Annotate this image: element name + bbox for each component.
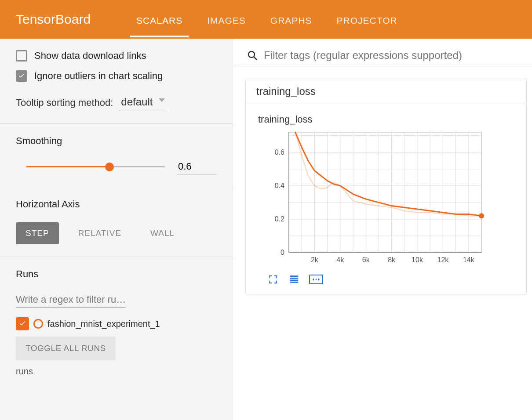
svg-text:0.2: 0.2 <box>275 215 284 223</box>
svg-text:10k: 10k <box>412 256 423 264</box>
svg-text:4k: 4k <box>336 256 344 264</box>
svg-rect-25 <box>289 132 481 253</box>
ignore-outliers-label: Ignore outliers in chart scaling <box>34 70 163 82</box>
chart-title: training_loss <box>258 114 514 125</box>
tag-group-header[interactable]: training_loss <box>245 79 527 104</box>
run-name: fashion_mnist_experiment_1 <box>47 318 127 329</box>
svg-point-40 <box>316 279 317 280</box>
runs-filter-input[interactable] <box>16 292 126 308</box>
sidebar: Show data download links Ignore outliers… <box>0 39 233 420</box>
svg-text:6k: 6k <box>362 256 370 264</box>
svg-text:8k: 8k <box>388 256 396 264</box>
fit-domain-icon[interactable] <box>309 275 323 284</box>
chevron-down-icon <box>159 98 165 102</box>
header-tabs: SCALARS IMAGES GRAPHS PROJECTOR <box>135 1 399 37</box>
toggle-all-runs-button[interactable]: TOGGLE ALL RUNS <box>16 337 116 360</box>
smoothing-slider-thumb[interactable] <box>105 163 114 171</box>
run-checkbox[interactable] <box>16 317 29 330</box>
svg-text:12k: 12k <box>437 256 449 264</box>
tab-images[interactable]: IMAGES <box>205 1 248 37</box>
show-download-links-checkbox[interactable] <box>16 50 27 62</box>
expand-chart-icon[interactable] <box>267 275 279 284</box>
show-download-links-label: Show data download links <box>34 50 146 62</box>
svg-line-1 <box>254 57 257 60</box>
runs-footer: runs <box>16 366 217 377</box>
smoothing-value-input[interactable] <box>177 159 217 174</box>
tab-scalars[interactable]: SCALARS <box>135 1 184 37</box>
tooltip-sort-value: default <box>121 96 153 108</box>
training-loss-chart[interactable]: 00.20.40.62k4k6k8k10k12k14k <box>258 130 487 267</box>
svg-point-0 <box>248 51 255 58</box>
tab-graphs[interactable]: GRAPHS <box>269 1 314 37</box>
svg-text:0.4: 0.4 <box>275 182 284 189</box>
smoothing-slider[interactable] <box>26 166 165 167</box>
toggle-y-log-icon[interactable] <box>288 275 300 284</box>
smoothing-slider-fill <box>26 166 109 167</box>
axis-wall-button[interactable]: WALL <box>141 222 184 244</box>
app-logo: TensorBoard <box>16 12 91 27</box>
check-icon <box>18 72 26 80</box>
runs-label: Runs <box>16 268 217 280</box>
horizontal-axis-label: Horizontal Axis <box>16 199 217 210</box>
svg-text:0: 0 <box>281 249 284 256</box>
tooltip-sort-select[interactable]: default <box>119 94 168 111</box>
tooltip-sort-label: Tooltip sorting method: <box>16 97 113 109</box>
run-color-swatch-icon[interactable] <box>33 319 43 329</box>
check-icon <box>18 320 26 328</box>
tab-projector[interactable]: PROJECTOR <box>335 1 399 37</box>
ignore-outliers-checkbox[interactable] <box>16 70 27 82</box>
axis-step-button[interactable]: STEP <box>16 222 59 244</box>
tag-filter-input[interactable] <box>264 49 518 62</box>
svg-point-39 <box>479 213 484 218</box>
svg-text:0.6: 0.6 <box>275 148 284 156</box>
app-header: TensorBoard SCALARS IMAGES GRAPHS PROJEC… <box>0 0 532 39</box>
scalar-card: training_loss 00.20.40.62k4k6k8k10k12k14… <box>245 104 527 294</box>
search-icon <box>247 50 258 61</box>
svg-text:14k: 14k <box>463 256 475 264</box>
axis-relative-button[interactable]: RELATIVE <box>69 222 131 244</box>
svg-text:2k: 2k <box>311 256 319 264</box>
smoothing-label: Smoothing <box>16 135 217 147</box>
run-row: fashion_mnist_experiment_1 <box>16 317 217 330</box>
main-panel: training_loss training_loss 00.20.40.62k… <box>233 39 532 420</box>
